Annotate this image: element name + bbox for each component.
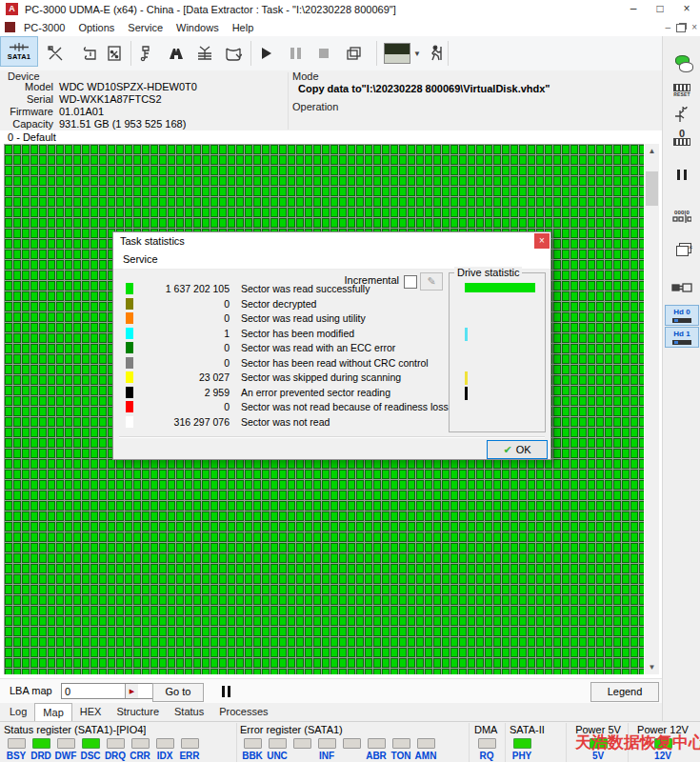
filter-button[interactable]	[191, 40, 218, 67]
password-button[interactable]	[131, 40, 158, 67]
dialog-title-bar: Task statistics ×	[113, 232, 550, 251]
sector-chain-button[interactable]: 000|0	[663, 210, 700, 223]
drive-info-button[interactable]	[77, 40, 104, 67]
processes-button[interactable]	[341, 40, 368, 67]
register-led	[417, 738, 435, 749]
zone-label: 0 - Default	[8, 131, 56, 143]
stat-row: 1 Sector has been modified	[113, 327, 447, 342]
drive-test-button[interactable]	[101, 40, 128, 67]
reset-icon	[673, 84, 690, 91]
stat-label: Sector was read using utility	[241, 312, 366, 324]
maximize-button[interactable]: □	[647, 0, 673, 19]
stat-label: Sector was read with an ECC error	[241, 342, 395, 353]
pause-button[interactable]	[282, 40, 309, 67]
stat-color-swatch	[126, 328, 133, 339]
hd1-button[interactable]: Hd 1	[663, 327, 700, 348]
stat-row: 0 Sector decrypted	[113, 297, 447, 312]
menu-item[interactable]: Windows	[170, 19, 226, 36]
play-icon	[262, 48, 271, 59]
save-task-button[interactable]	[220, 40, 247, 67]
utility-tools-button[interactable]	[42, 40, 69, 67]
lba-input[interactable]	[61, 683, 155, 699]
start-button[interactable]	[253, 40, 280, 67]
goto-button[interactable]: Go to	[152, 683, 204, 702]
scrollbar-thumb[interactable]	[646, 171, 658, 206]
sidebar-pause-button[interactable]	[663, 170, 700, 180]
close-button[interactable]: ×	[673, 0, 700, 19]
map-scrollbar[interactable]: ▲ ▼	[645, 144, 659, 674]
bottom-tab[interactable]: Processes	[211, 703, 275, 720]
exit-task-button[interactable]	[423, 40, 450, 67]
reset-button[interactable]: RESET	[663, 84, 700, 97]
operation-section-label: Operation	[292, 101, 338, 112]
close-tasks-button[interactable]: ×	[663, 246, 700, 251]
search-button[interactable]	[163, 40, 190, 67]
bottom-tab[interactable]: Log	[2, 703, 34, 720]
register-led	[368, 738, 386, 749]
port-connector-button[interactable]	[663, 282, 700, 293]
stat-count: 316 297 076	[142, 416, 230, 428]
stop-button[interactable]	[310, 40, 337, 67]
bottom-tab[interactable]: Status	[167, 703, 211, 720]
stat-count: 1	[142, 328, 230, 339]
stat-count: 0	[142, 312, 230, 324]
view-mode-button[interactable]	[381, 40, 413, 67]
dialog-menu-service[interactable]: Service	[123, 251, 158, 269]
stat-color-swatch	[126, 283, 133, 294]
register-led	[57, 738, 75, 749]
bottom-tab[interactable]: HEX	[72, 703, 110, 720]
probe-button[interactable]	[663, 105, 700, 122]
check-icon: ✔	[503, 444, 511, 456]
app-logo-icon: A	[6, 3, 18, 15]
bottom-tab[interactable]: Map	[34, 703, 71, 721]
bottom-tab[interactable]: Structure	[109, 703, 167, 720]
dialog-close-icon[interactable]: ×	[534, 233, 550, 249]
menu-item[interactable]: PC-3000	[17, 19, 71, 36]
chain-boxes-icon	[672, 215, 691, 223]
window-title: PC-3000 UDMA-E (x64) - China - [Data Ext…	[25, 0, 396, 19]
register-led-cell: DRQ	[103, 736, 128, 761]
heads-map-button[interactable]: 0	[663, 129, 700, 146]
stat-color-swatch	[126, 342, 133, 353]
map-thumbnail-icon	[384, 43, 410, 64]
minimize-button[interactable]: –	[620, 0, 647, 19]
drive-statistic-label: Drive statistic	[454, 267, 522, 278]
register-led	[293, 738, 311, 749]
hd0-button[interactable]: Hd 0	[663, 305, 700, 326]
register-led-cell: DSC	[78, 736, 103, 761]
mdi-minimize-button[interactable]: –	[666, 21, 671, 34]
menu-item[interactable]: Service	[121, 19, 170, 36]
menu-bar: PC-3000OptionsServiceWindowsHelp – ×	[0, 19, 700, 36]
mdi-close-button[interactable]: ×	[691, 21, 697, 34]
register-led-cell: RQ	[474, 736, 499, 761]
plug-icon	[671, 282, 692, 293]
drive-icon	[672, 340, 691, 345]
scroll-down-icon[interactable]: ▼	[645, 660, 659, 674]
drive-statistic-group	[449, 272, 546, 432]
sata1-port-button[interactable]: SATA1	[0, 36, 38, 67]
scroll-info-icon	[82, 45, 99, 62]
bottom-tab-bar: LogMapHEXStructureStatusProcesses	[0, 703, 664, 721]
mdi-restore-button[interactable]	[676, 24, 686, 32]
register-led	[244, 738, 262, 749]
legend-button[interactable]: Legend	[590, 682, 659, 702]
ok-button[interactable]: ✔ OK	[487, 440, 548, 459]
info-divider	[288, 72, 289, 130]
ruler-icon	[673, 138, 690, 146]
dialog-title: Task statistics	[120, 232, 185, 251]
device-field-row: Firmware 01.01A01	[4, 106, 282, 118]
layers-icon	[346, 46, 363, 61]
disk-copy-button[interactable]	[663, 55, 700, 72]
device-field-row: Model WDC WD10SPZX-HDEW0T0	[4, 81, 282, 93]
map-pause-icon[interactable]	[222, 686, 233, 699]
register-led-cell: INF	[314, 736, 339, 761]
sata-cable-icon	[10, 43, 29, 51]
view-mode-dropdown[interactable]: ▼	[411, 40, 423, 67]
menu-item[interactable]: Options	[71, 19, 121, 36]
stat-row: 23 027 Sector was skipped during scannin…	[113, 371, 447, 386]
funnel-lines-icon	[196, 45, 213, 62]
lba-input-button[interactable]: ▶	[125, 684, 138, 698]
scroll-up-icon[interactable]: ▲	[645, 144, 659, 158]
stat-label: Sector has been modified	[241, 328, 354, 339]
menu-item[interactable]: Help	[226, 19, 261, 36]
